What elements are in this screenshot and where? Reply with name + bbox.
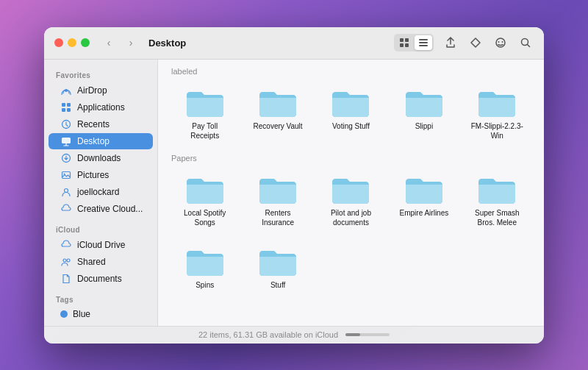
file-label: Empire Airlines [400, 208, 449, 218]
sidebar-item-applications[interactable]: Applications [49, 99, 153, 115]
file-label: Slippi [415, 121, 433, 131]
svg-rect-6 [419, 45, 428, 46]
file-empire[interactable]: Empire Airlines [389, 168, 459, 232]
desktop-icon [60, 135, 72, 147]
airdrop-label: AirDrop [77, 85, 107, 96]
view-switcher [394, 34, 434, 51]
folder-icon [331, 86, 370, 118]
joellockard-label: joellockard [77, 187, 119, 197]
file-stuff[interactable]: Stuff [243, 241, 312, 294]
applications-label: Applications [77, 102, 125, 113]
file-smash[interactable]: Super Smash Bros. Melee [462, 168, 532, 232]
folder-icon [477, 86, 517, 118]
sidebar-item-joellockard[interactable]: joellockard [49, 184, 153, 200]
sidebar-item-documents[interactable]: Documents [49, 271, 153, 287]
folder-icon [404, 86, 444, 118]
svg-point-21 [63, 259, 66, 262]
airdrop-icon [60, 85, 72, 96]
sidebar-item-recents[interactable]: Recents [49, 116, 153, 132]
svg-point-8 [498, 41, 500, 43]
svg-rect-4 [419, 39, 428, 40]
svg-rect-18 [62, 171, 71, 178]
sidebar-item-pictures[interactable]: Pictures [49, 167, 153, 183]
emoji-button[interactable] [492, 35, 509, 51]
pictures-icon [60, 169, 72, 181]
documents-icon [60, 273, 72, 285]
file-slippi[interactable]: Slippi [389, 82, 459, 145]
section-misc: Spins Stuff [170, 241, 532, 294]
storage-slider [345, 333, 390, 336]
main-content: Favorites AirDrop [44, 60, 544, 326]
file-label: Super Smash Bros. Melee [470, 208, 523, 227]
file-label: Spins [196, 280, 214, 290]
tag-button[interactable] [467, 35, 484, 51]
svg-rect-0 [400, 38, 404, 42]
finder-window: ‹ › Desktop [44, 27, 544, 344]
svg-rect-11 [62, 103, 65, 107]
file-label: Pilot and job documents [324, 208, 377, 227]
folder-icon [185, 173, 225, 205]
file-spins[interactable]: Spins [170, 241, 240, 294]
svg-rect-12 [67, 103, 71, 107]
file-pilot[interactable]: Pilot and job documents [316, 168, 386, 232]
forward-button[interactable]: › [123, 35, 138, 50]
file-renters[interactable]: Renters Insurance [243, 168, 312, 232]
sidebar-item-airdrop[interactable]: AirDrop [49, 82, 153, 99]
file-voting[interactable]: Voting Stuff [316, 82, 386, 145]
svg-point-9 [502, 41, 503, 43]
labeled-header: labeled [170, 67, 532, 76]
file-recovery[interactable]: Recovery Vault [243, 82, 312, 145]
favorites-label: Favorites [44, 67, 157, 82]
svg-rect-5 [419, 42, 428, 43]
minimize-button[interactable] [68, 38, 76, 47]
user-icon [60, 186, 72, 198]
titlebar: ‹ › Desktop [44, 27, 544, 60]
sidebar-item-blue-tag[interactable]: Blue [49, 307, 153, 321]
search-button[interactable] [517, 35, 534, 51]
creativecloud-icon [60, 203, 72, 215]
papers-header: Papers [170, 154, 532, 163]
file-label: Pay Toll Receipts [179, 121, 232, 140]
toolbar-right [394, 34, 534, 51]
icloud-drive-icon [60, 239, 72, 251]
sidebar-item-desktop[interactable]: Desktop [49, 133, 153, 149]
back-button[interactable]: ‹ [101, 35, 116, 50]
icloud-label: iCloud [44, 221, 157, 236]
view-grid-button[interactable] [395, 35, 413, 50]
folder-icon [258, 245, 298, 277]
view-list-button[interactable] [415, 35, 432, 50]
folder-icon [258, 86, 298, 118]
sidebar-item-downloads[interactable]: Downloads [49, 150, 153, 166]
section-papers: Papers Local Spotify Songs [170, 154, 532, 232]
downloads-icon [60, 152, 72, 164]
blue-tag-dot [60, 310, 68, 318]
svg-rect-1 [405, 38, 409, 42]
svg-rect-2 [400, 43, 404, 47]
file-local-spotify[interactable]: Local Spotify Songs [170, 168, 240, 232]
svg-rect-3 [405, 43, 409, 47]
folder-icon [258, 173, 298, 205]
section-labeled: labeled Pay Toll Receipts [170, 67, 532, 145]
folder-icon [185, 245, 225, 277]
share-button[interactable] [442, 35, 459, 51]
sidebar-item-shared[interactable]: Shared [49, 254, 153, 270]
file-fm-slippi[interactable]: FM-Slippi-2.2.3-Win [462, 82, 532, 145]
file-label: Local Spotify Songs [179, 208, 232, 227]
applications-icon [60, 102, 72, 113]
creativecloud-label: Creative Cloud... [77, 204, 143, 214]
folder-icon [185, 86, 225, 118]
maximize-button[interactable] [81, 38, 90, 47]
file-label: Stuff [270, 280, 285, 290]
svg-point-20 [65, 188, 68, 192]
file-pay-toll[interactable]: Pay Toll Receipts [170, 82, 240, 145]
close-button[interactable] [54, 38, 63, 47]
sidebar-item-icloud-drive[interactable]: iCloud Drive [49, 237, 153, 253]
shared-label: Shared [77, 257, 106, 267]
misc-grid: Spins Stuff [170, 241, 532, 294]
folder-icon [404, 173, 444, 205]
downloads-label: Downloads [77, 153, 121, 163]
tags-label: Tags [44, 291, 157, 306]
sidebar-item-creativecloud[interactable]: Creative Cloud... [49, 201, 153, 217]
recents-icon [60, 118, 72, 130]
papers-grid: Local Spotify Songs Renters Insurance [170, 168, 532, 232]
